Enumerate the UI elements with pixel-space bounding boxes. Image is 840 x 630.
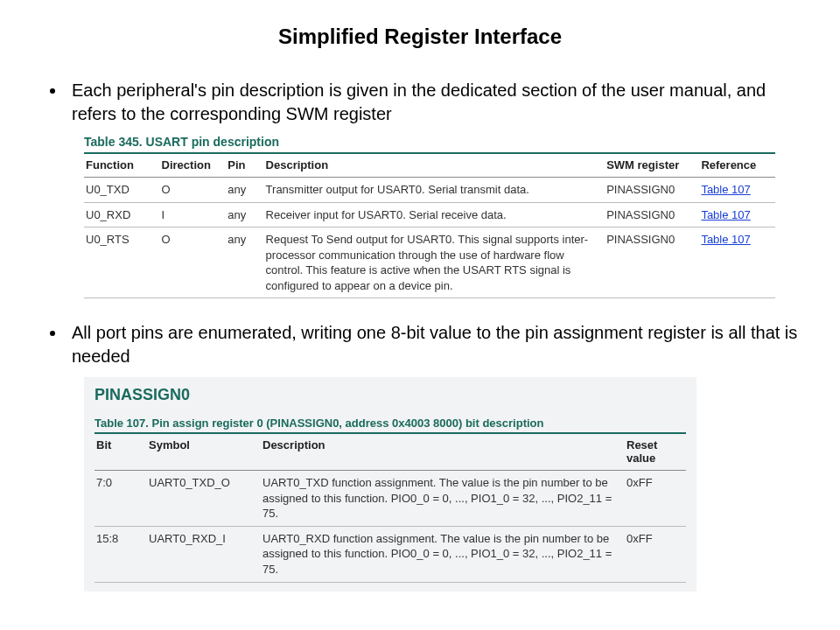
cell-function: U0_RTS	[84, 228, 160, 298]
cell-symbol: UART0_RXD_I	[147, 526, 261, 582]
bullet-2: All port pins are enumerated, writing on…	[66, 321, 808, 368]
cell-swm: PINASSIGN0	[605, 178, 699, 203]
bullet-list-2: All port pins are enumerated, writing on…	[32, 321, 808, 368]
cell-pin: any	[226, 178, 263, 203]
cell-bit: 15:8	[94, 526, 147, 582]
cell-reset: 0xFF	[625, 471, 686, 527]
table-row: U0_RXD I any Receiver input for USART0. …	[84, 202, 775, 228]
th-function: Function	[84, 153, 160, 178]
cell-pin: any	[226, 228, 263, 298]
th-swm: SWM register	[605, 153, 699, 178]
slide-title: Simplified Register Interface	[32, 24, 808, 49]
th-description: Description	[264, 153, 606, 178]
table-row: U0_RTS O any Request To Send output for …	[84, 228, 775, 298]
cell-description: UART0_RXD function assignment. The value…	[261, 526, 625, 582]
th-direction: Direction	[160, 153, 227, 178]
th-symbol: Symbol	[147, 433, 261, 471]
slide: Simplified Register Interface Each perip…	[0, 0, 840, 592]
th-reset: Reset value	[625, 433, 686, 471]
cell-symbol: UART0_TXD_O	[147, 471, 261, 527]
register-name: PINASSIGN0	[94, 386, 686, 404]
pinassign-block: PINASSIGN0 Table 107. Pin assign registe…	[84, 377, 696, 591]
cell-swm: PINASSIGN0	[605, 202, 699, 228]
cell-function: U0_RXD	[84, 202, 160, 228]
table-345-block: Table 345. USART pin description Functio…	[84, 135, 808, 298]
cell-pin: any	[226, 202, 263, 228]
cell-bit: 7:0	[94, 471, 147, 527]
cell-direction: O	[160, 178, 227, 203]
cell-function: U0_TXD	[84, 178, 160, 203]
cell-direction: I	[160, 202, 227, 228]
cell-description: Transmitter output for USART0. Serial tr…	[264, 178, 606, 203]
bullet-list-1: Each peripheral's pin description is giv…	[32, 79, 808, 126]
table-345-caption: Table 345. USART pin description	[84, 135, 808, 149]
cell-reset: 0xFF	[625, 526, 686, 582]
table-345-header-row: Function Direction Pin Description SWM r…	[84, 153, 775, 178]
bullet-1: Each peripheral's pin description is giv…	[66, 79, 808, 126]
cell-description: Request To Send output for USART0. This …	[264, 228, 606, 298]
table-107-caption: Table 107. Pin assign register 0 (PINASS…	[94, 416, 686, 430]
cell-reference: Table 107	[699, 178, 775, 203]
cell-reference: Table 107	[699, 202, 775, 228]
reference-link[interactable]: Table 107	[701, 233, 750, 246]
table-107-header-row: Bit Symbol Description Reset value	[94, 433, 686, 471]
th-description: Description	[261, 433, 625, 471]
reference-link[interactable]: Table 107	[701, 183, 750, 196]
table-row: 15:8 UART0_RXD_I UART0_RXD function assi…	[94, 526, 686, 582]
table-345: Function Direction Pin Description SWM r…	[84, 152, 775, 298]
cell-reference: Table 107	[699, 228, 775, 298]
th-bit: Bit	[94, 433, 147, 471]
th-reference: Reference	[699, 153, 775, 178]
cell-swm: PINASSIGN0	[605, 228, 699, 298]
table-row: 7:0 UART0_TXD_O UART0_TXD function assig…	[94, 471, 686, 527]
th-pin: Pin	[226, 153, 263, 178]
reference-link[interactable]: Table 107	[701, 208, 750, 221]
table-107: Bit Symbol Description Reset value 7:0 U…	[94, 432, 686, 582]
cell-description: Receiver input for USART0. Serial receiv…	[264, 202, 606, 228]
cell-direction: O	[160, 228, 227, 298]
table-row: U0_TXD O any Transmitter output for USAR…	[84, 178, 775, 203]
cell-description: UART0_TXD function assignment. The value…	[261, 471, 625, 527]
